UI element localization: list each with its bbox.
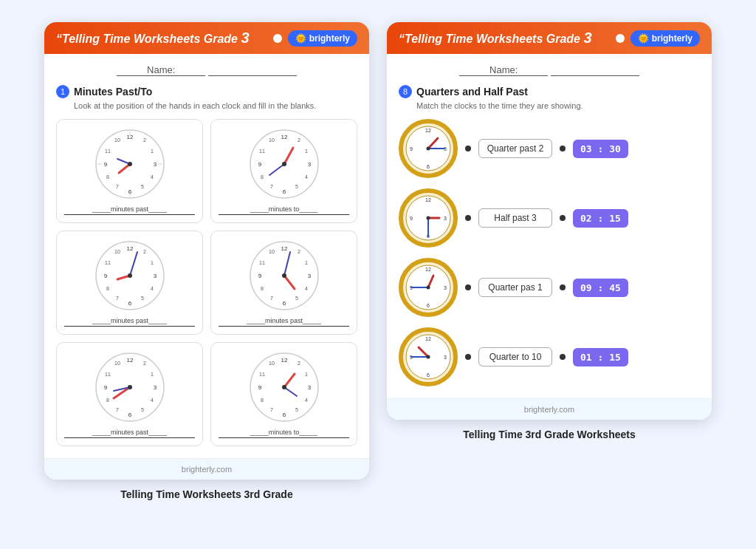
- svg-text:3: 3: [307, 161, 311, 168]
- left-section-num: 1: [56, 85, 69, 98]
- right-header-right: 🌞 brighterly: [616, 30, 700, 47]
- svg-text:3: 3: [307, 273, 311, 279]
- svg-text:1: 1: [305, 260, 308, 265]
- svg-text:11: 11: [105, 372, 111, 377]
- clock-svg-4: 12 3 6 9 2 1 4 5 7 8 11 10: [247, 239, 321, 313]
- clock-svg-6: 12 3 6 9 2 1 4 5 7 8 11 10: [247, 350, 321, 424]
- svg-point-107: [427, 147, 430, 151]
- svg-text:9: 9: [258, 384, 261, 391]
- svg-text:11: 11: [105, 149, 111, 154]
- svg-point-67: [282, 273, 286, 278]
- brighterly-badge-left: 🌞 brighterly: [288, 30, 357, 47]
- svg-text:3: 3: [444, 285, 447, 290]
- left-worksheet-wrapper: “Telling Time Worksheets Grade 3 🌞 brigh…: [44, 22, 369, 500]
- svg-text:2: 2: [143, 361, 146, 366]
- match-label-1: Quarter past 2: [478, 139, 552, 158]
- match-dot-1b: [560, 146, 566, 151]
- svg-text:7: 7: [116, 184, 119, 189]
- clock-box-6: 12 3 6 9 2 1 4 5 7 8 11 10: [210, 342, 357, 446]
- svg-text:4: 4: [305, 174, 308, 180]
- match-time-2: 02 : 15: [573, 209, 628, 228]
- svg-text:10: 10: [114, 249, 120, 254]
- right-caption: Telling Time 3rd Grade Worksheets: [463, 429, 635, 440]
- svg-text:8: 8: [106, 398, 109, 403]
- clock-label-1: _____minutes past_____: [64, 205, 195, 215]
- match-dot-2b: [560, 215, 566, 221]
- clock-label-3: _____minutes past_____: [64, 317, 195, 327]
- svg-text:11: 11: [259, 372, 265, 377]
- svg-text:10: 10: [269, 361, 275, 366]
- svg-text:12: 12: [281, 357, 287, 364]
- svg-text:9: 9: [258, 161, 261, 168]
- clock-label-4: _____minutes past_____: [219, 317, 349, 327]
- svg-text:11: 11: [259, 149, 265, 154]
- svg-point-51: [128, 273, 132, 278]
- svg-text:2: 2: [143, 249, 146, 254]
- match-label-3: Quarter pas 1: [478, 278, 552, 297]
- match-dot-1a: [465, 146, 471, 151]
- svg-text:6: 6: [128, 188, 131, 195]
- match-clock-3: 12 3 6 9: [399, 258, 458, 317]
- svg-text:5: 5: [295, 296, 298, 301]
- svg-text:10: 10: [269, 249, 275, 254]
- left-header-right: 🌞 brighterly: [273, 30, 357, 47]
- svg-text:8: 8: [106, 286, 109, 291]
- svg-text:12: 12: [425, 197, 431, 202]
- svg-text:10: 10: [114, 137, 120, 143]
- svg-text:4: 4: [151, 286, 154, 291]
- clock-label-2: _____minutes to_____: [219, 205, 349, 215]
- match-dot-2a: [465, 215, 471, 221]
- svg-text:6: 6: [427, 303, 430, 308]
- svg-text:12: 12: [425, 128, 431, 133]
- svg-text:2: 2: [298, 361, 300, 366]
- svg-text:3: 3: [307, 384, 311, 391]
- svg-text:8: 8: [261, 174, 264, 180]
- svg-text:12: 12: [126, 357, 133, 364]
- svg-text:6: 6: [282, 188, 286, 195]
- svg-text:2: 2: [298, 249, 300, 254]
- clock-box-3: 12 3 6 9 2 1 4 5 7 8 11 10: [56, 231, 203, 335]
- svg-text:7: 7: [270, 296, 273, 301]
- match-clock-2: 12 3 6 9: [399, 188, 458, 248]
- brighterly-badge-right: 🌞 brighterly: [630, 30, 700, 47]
- match-clock-1: 12 3 6 9: [399, 119, 458, 178]
- svg-text:10: 10: [269, 137, 275, 143]
- match-dot-4a: [465, 354, 471, 360]
- svg-text:1: 1: [305, 149, 308, 154]
- svg-text:4: 4: [151, 398, 154, 403]
- left-clocks-grid: 12 3 6 9 2 1 4 5 7 8 11 10: [56, 119, 357, 446]
- svg-text:6: 6: [128, 412, 131, 418]
- clock-box-2: 12 3 6 9 2 1 4 5 7 8 11 10: [210, 119, 357, 223]
- svg-text:1: 1: [151, 260, 154, 265]
- right-section-label: 8 Quarters and Half Past: [399, 85, 700, 98]
- match-label-2: Half past 3: [478, 208, 552, 228]
- white-dot-right: [616, 34, 625, 43]
- svg-text:1: 1: [151, 149, 154, 154]
- svg-text:8: 8: [261, 286, 264, 291]
- svg-text:3: 3: [153, 273, 157, 279]
- match-row-2: 12 3 6 9 Half: [399, 188, 700, 248]
- svg-text:12: 12: [425, 336, 431, 341]
- svg-point-19: [128, 162, 132, 166]
- svg-text:6: 6: [282, 300, 286, 307]
- svg-text:7: 7: [116, 296, 119, 301]
- left-card-footer: brighterly.com: [44, 458, 369, 480]
- svg-text:7: 7: [270, 407, 273, 412]
- svg-text:4: 4: [305, 398, 308, 403]
- left-section-label: 1 Minutes Past/To: [56, 85, 357, 98]
- right-header-title: “Telling Time Worksheets Grade 3: [399, 30, 592, 47]
- svg-text:6: 6: [282, 412, 286, 418]
- svg-text:12: 12: [425, 267, 431, 272]
- clock-box-5: 12 3 6 9 2 1 4 5 7 8 11 10: [56, 342, 203, 446]
- match-clock-4: 12 3 6 9: [399, 327, 458, 386]
- svg-text:1: 1: [151, 372, 154, 377]
- right-card-body: Name: 8 Quarters and Half Past Match the…: [387, 54, 712, 398]
- match-row-1: 12 3 6 9 Quart: [399, 119, 700, 178]
- svg-text:3: 3: [153, 161, 157, 168]
- svg-text:7: 7: [270, 184, 273, 189]
- svg-text:12: 12: [126, 134, 133, 140]
- match-clock-svg-4: 12 3 6 9: [404, 333, 453, 381]
- matching-section: 12 3 6 9 Quart: [399, 119, 700, 386]
- match-time-1: 03 : 30: [573, 140, 628, 158]
- match-clock-svg-2: 12 3 6 9: [404, 194, 453, 242]
